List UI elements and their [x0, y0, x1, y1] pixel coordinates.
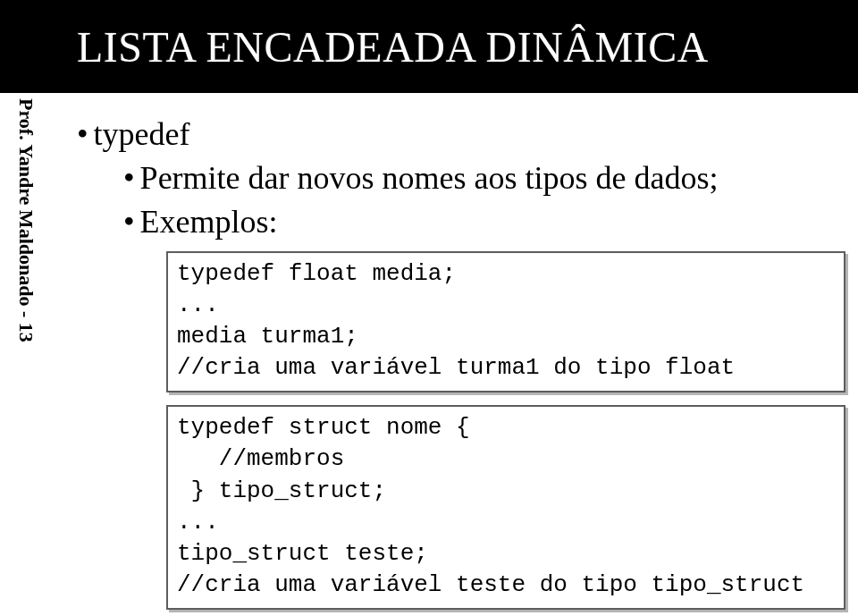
slide-content: • typedef • Permite dar novos nomes aos …: [50, 93, 858, 616]
sidebar-text: Prof. Yandre Maldonado - 13: [14, 98, 38, 342]
code2-line1: typedef struct nome {: [177, 414, 470, 441]
bullet-typedef: • typedef: [77, 114, 831, 155]
bullet-dot: •: [123, 158, 135, 198]
code1-line2: ...: [177, 291, 219, 318]
bullet-permite: • Permite dar novos nomes aos tipos de d…: [123, 158, 831, 198]
slide-title: LISTA ENCADEADA DINÂMICA: [77, 22, 709, 72]
code2-line2: //membros: [177, 445, 344, 472]
bullet-exemplos-text: Exemplos:: [140, 202, 278, 242]
code-box-1: typedef float media; ... media turma1; /…: [166, 251, 845, 392]
bullet-permite-text: Permite dar novos nomes aos tipos de dad…: [140, 158, 719, 198]
code2-line5: tipo_struct teste;: [177, 540, 428, 567]
sidebar-label: Prof. Yandre Maldonado - 13: [4, 98, 48, 420]
indent-block: • Permite dar novos nomes aos tipos de d…: [77, 158, 831, 242]
bullet-dot: •: [77, 114, 88, 155]
slide-page: LISTA ENCADEADA DINÂMICA Prof. Yandre Ma…: [0, 0, 858, 616]
code2-line6: //cria uma variável teste do tipo tipo_s…: [177, 571, 804, 598]
code1-line1: typedef float media;: [177, 260, 456, 287]
code1-line4: //cria uma variável turma1 do tipo float: [177, 354, 735, 381]
title-bar: LISTA ENCADEADA DINÂMICA: [0, 0, 858, 93]
bullet-typedef-text: typedef: [94, 114, 190, 155]
bullet-dot: •: [123, 202, 135, 242]
code1-line3: media turma1;: [177, 323, 358, 350]
code2-line4: ...: [177, 509, 219, 536]
bullet-exemplos: • Exemplos:: [123, 202, 831, 242]
code2-line3: } tipo_struct;: [177, 477, 386, 504]
code-box-2: typedef struct nome { //membros } tipo_s…: [166, 405, 845, 610]
